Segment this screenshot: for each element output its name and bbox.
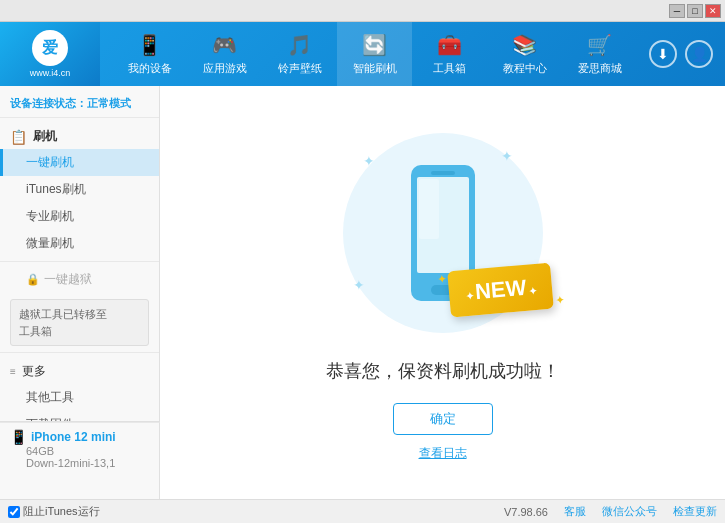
- device-name-text: iPhone 12 mini: [31, 430, 116, 444]
- jailbreak-label: 一键越狱: [44, 271, 92, 288]
- lock-icon: 🔒: [26, 273, 40, 286]
- toolbox-icon: 🧰: [437, 33, 462, 57]
- confirm-button-label: 确定: [430, 410, 456, 428]
- nav-store[interactable]: 🛒 爱思商城: [562, 22, 637, 86]
- view-log-link[interactable]: 查看日志: [419, 445, 467, 462]
- store-icon: 🛒: [587, 33, 612, 57]
- success-text: 恭喜您，保资料刷机成功啦！: [326, 359, 560, 383]
- smart-flash-icon: 🔄: [362, 33, 387, 57]
- bottom-status-bar: 阻止iTunes运行 V7.98.66 客服 微信公众号 检查更新: [0, 499, 725, 523]
- nav-toolbox-label: 工具箱: [433, 61, 466, 76]
- version-text: V7.98.66: [504, 506, 548, 518]
- customer-service-link[interactable]: 客服: [564, 504, 586, 519]
- window-controls[interactable]: ─ □ ✕: [669, 4, 721, 18]
- jailbreak-notice-text: 越狱工具已转移至工具箱: [19, 308, 107, 337]
- sidebar-item-itunes-flash[interactable]: iTunes刷机: [0, 176, 159, 203]
- more-section-icon: ≡: [10, 366, 16, 377]
- svg-rect-4: [419, 179, 439, 239]
- nav-my-device[interactable]: 📱 我的设备: [112, 22, 187, 86]
- nav-right-area: ⬇ 👤: [649, 40, 725, 68]
- main-content: ✦ ✦ ✦ ✦NEW✦ 恭喜您，保资料刷机成功啦！ 确定: [160, 86, 725, 499]
- maximize-button[interactable]: □: [687, 4, 703, 18]
- jailbreak-notice: 越狱工具已转移至工具箱: [10, 299, 149, 346]
- nav-smart-flash-label: 智能刷机: [353, 61, 397, 76]
- confirm-button[interactable]: 确定: [393, 403, 493, 435]
- prevent-itunes-label: 阻止iTunes运行: [23, 504, 100, 519]
- apps-games-icon: 🎮: [212, 33, 237, 57]
- status-label: 设备连接状态：: [10, 97, 87, 109]
- nav-apps-games[interactable]: 🎮 应用游戏: [187, 22, 262, 86]
- nav-smart-flash[interactable]: 🔄 智能刷机: [337, 22, 412, 86]
- device-firmware: Down-12mini-13,1: [10, 457, 149, 469]
- close-button[interactable]: ✕: [705, 4, 721, 18]
- minimize-button[interactable]: ─: [669, 4, 685, 18]
- ringtones-icon: 🎵: [287, 33, 312, 57]
- flash-section-title: 刷机: [33, 128, 57, 145]
- pro-flash-label: 专业刷机: [26, 209, 74, 223]
- svg-rect-2: [431, 171, 455, 175]
- nav-ringtones[interactable]: 🎵 铃声壁纸: [262, 22, 337, 86]
- more-section-title: 更多: [22, 363, 46, 380]
- sidebar-item-jailbreak-disabled: 🔒 一键越狱: [0, 266, 159, 293]
- divider-2: [0, 352, 159, 353]
- logo-icon: 爱: [32, 30, 68, 66]
- logo-area: 爱 www.i4.cn: [0, 22, 100, 86]
- device-info: 📱 iPhone 12 mini 64GB Down-12mini-13,1: [0, 422, 160, 475]
- hero-image: ✦ ✦ ✦ ✦NEW✦: [333, 123, 553, 343]
- connection-status: 设备连接状态：正常模式: [0, 90, 159, 118]
- other-tools-label: 其他工具: [26, 390, 74, 404]
- sidebar-section-more[interactable]: ≡ 更多: [0, 357, 159, 384]
- my-device-icon: 📱: [137, 33, 162, 57]
- data-flash-label: 微量刷机: [26, 236, 74, 250]
- device-name: 📱 iPhone 12 mini: [10, 429, 149, 445]
- nav-tutorials-label: 教程中心: [503, 61, 547, 76]
- nav-items: 📱 我的设备 🎮 应用游戏 🎵 铃声壁纸 🔄 智能刷机 🧰 工具箱 📚 教程中心…: [100, 22, 649, 86]
- wechat-link[interactable]: 微信公众号: [602, 504, 657, 519]
- download-button[interactable]: ⬇: [649, 40, 677, 68]
- user-button[interactable]: 👤: [685, 40, 713, 68]
- sparkle-2: ✦: [501, 148, 513, 164]
- nav-ringtones-label: 铃声壁纸: [278, 61, 322, 76]
- device-storage: 64GB: [10, 445, 149, 457]
- new-badge: ✦NEW✦: [447, 263, 554, 318]
- sidebar-item-pro-flash[interactable]: 专业刷机: [0, 203, 159, 230]
- flash-section-icon: 📋: [10, 129, 27, 145]
- bottom-right-status: V7.98.66 客服 微信公众号 检查更新: [100, 504, 717, 519]
- sidebar-section-flash[interactable]: 📋 刷机: [0, 122, 159, 149]
- nav-toolbox[interactable]: 🧰 工具箱: [412, 22, 487, 86]
- sidebar-item-data-flash[interactable]: 微量刷机: [0, 230, 159, 257]
- sparkle-1: ✦: [363, 153, 375, 169]
- nav-apps-games-label: 应用游戏: [203, 61, 247, 76]
- prevent-itunes-checkbox[interactable]: 阻止iTunes运行: [8, 504, 100, 519]
- nav-store-label: 爱思商城: [578, 61, 622, 76]
- nav-tutorials[interactable]: 📚 教程中心: [487, 22, 562, 86]
- sidebar-item-one-click-flash[interactable]: 一键刷机: [0, 149, 159, 176]
- sparkle-3: ✦: [353, 277, 365, 293]
- check-update-link[interactable]: 检查更新: [673, 504, 717, 519]
- one-click-flash-label: 一键刷机: [26, 155, 74, 169]
- status-value: 正常模式: [87, 97, 131, 109]
- sidebar: 设备连接状态：正常模式 📋 刷机 一键刷机 iTunes刷机 专业刷机 微量刷机…: [0, 86, 160, 499]
- divider-1: [0, 261, 159, 262]
- prevent-itunes-input[interactable]: [8, 506, 20, 518]
- top-navigation: 爱 www.i4.cn 📱 我的设备 🎮 应用游戏 🎵 铃声壁纸 🔄 智能刷机 …: [0, 22, 725, 86]
- tutorials-icon: 📚: [512, 33, 537, 57]
- itunes-flash-label: iTunes刷机: [26, 182, 86, 196]
- logo-text: www.i4.cn: [30, 68, 71, 78]
- title-bar: ─ □ ✕: [0, 0, 725, 22]
- sidebar-item-other-tools[interactable]: 其他工具: [0, 384, 159, 411]
- nav-my-device-label: 我的设备: [128, 61, 172, 76]
